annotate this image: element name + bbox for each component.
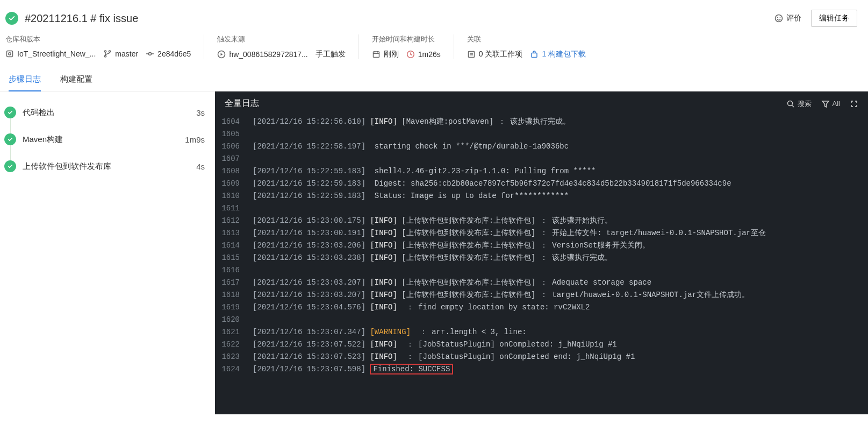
edit-task-button[interactable]: 编辑任务 xyxy=(811,10,857,27)
log-line: 1604[2021/12/16 15:22:56.610] [INFO] [Ma… xyxy=(215,116,868,128)
log-line: 1609[2021/12/16 15:22:59.183] Digest: sh… xyxy=(215,178,868,190)
svg-rect-3 xyxy=(7,51,13,57)
log-search-button[interactable]: 搜索 xyxy=(786,99,812,109)
log-body[interactable]: 1604[2021/12/16 15:22:56.610] [INFO] [Ma… xyxy=(215,116,868,397)
svg-point-8 xyxy=(149,53,152,55)
log-line: 1617[2021/12/16 15:23:03.207] [INFO] [上传… xyxy=(215,277,868,289)
info-label-repo: 仓库和版本 xyxy=(5,34,191,44)
tab-step-log[interactable]: 步骤日志 xyxy=(9,69,41,91)
log-line: 1620 xyxy=(215,314,868,326)
clock-icon xyxy=(406,50,415,59)
step-name: Maven构建 xyxy=(23,135,185,145)
search-icon xyxy=(786,100,795,108)
calendar-icon xyxy=(372,50,381,59)
step-time: 4s xyxy=(196,162,205,171)
step-time: 3s xyxy=(196,108,205,117)
log-line: 1621[2021/12/16 15:23:07.347] [WARNING] … xyxy=(215,326,868,338)
step-time: 1m9s xyxy=(185,135,205,144)
log-line: 1614[2021/12/16 15:23:03.206] [INFO] [上传… xyxy=(215,239,868,252)
workitems-link[interactable]: 0 关联工作项 xyxy=(467,50,523,59)
workitem-icon xyxy=(467,50,476,59)
duration: 1m26s xyxy=(406,50,441,59)
log-line: 1607 xyxy=(215,153,868,165)
log-line: 1605 xyxy=(215,128,868,140)
log-line: 1608[2021/12/16 15:22:59.183] shell4.2.4… xyxy=(215,165,868,178)
log-title: 全量日志 xyxy=(225,98,786,109)
step-item[interactable]: 代码检出3s xyxy=(0,99,214,126)
smile-icon xyxy=(774,14,783,23)
log-line: 1606[2021/12/16 15:22:58.197] starting c… xyxy=(215,140,868,153)
rate-button[interactable]: 评价 xyxy=(774,13,801,23)
step-success-icon xyxy=(4,133,16,145)
svg-point-4 xyxy=(9,53,11,55)
step-name: 上传软件包到软件发布库 xyxy=(23,161,196,172)
fullscreen-icon xyxy=(850,100,858,108)
svg-point-1 xyxy=(777,17,778,18)
trigger-type: 手工触发 xyxy=(315,50,346,59)
download-icon xyxy=(530,50,539,59)
info-label-time: 开始时间和构建时长 xyxy=(372,34,441,44)
build-title: #20211216.1 # fix issue xyxy=(25,12,774,25)
svg-rect-13 xyxy=(532,53,537,58)
rate-label: 评价 xyxy=(786,13,801,23)
step-name: 代码检出 xyxy=(23,108,196,118)
log-line: 1618[2021/12/16 15:23:03.207] [INFO] [上传… xyxy=(215,289,868,301)
info-bar: 仓库和版本 IoT_Streetlight_New_... master 2e8… xyxy=(0,34,868,69)
info-label-assoc: 关联 xyxy=(467,34,586,44)
step-success-icon xyxy=(4,107,16,118)
log-line: 1610[2021/12/16 15:22:59.183] Status: Im… xyxy=(215,190,868,202)
play-circle-icon xyxy=(217,50,226,59)
tab-build-config[interactable]: 构建配置 xyxy=(60,69,92,91)
info-label-trigger: 触发来源 xyxy=(217,34,345,44)
branch-icon xyxy=(103,50,112,58)
commit-icon xyxy=(146,50,154,58)
log-line: 1613[2021/12/16 15:23:00.191] [INFO] [上传… xyxy=(215,227,868,239)
svg-point-14 xyxy=(787,101,792,105)
svg-point-6 xyxy=(105,55,106,57)
log-line: 1616 xyxy=(215,264,868,277)
download-link[interactable]: 1 构建包下载 xyxy=(530,50,586,59)
filter-icon xyxy=(821,100,830,108)
trigger-user: hw_00861582972817... xyxy=(217,50,307,59)
svg-rect-10 xyxy=(373,52,379,58)
svg-point-5 xyxy=(105,51,106,52)
repo-link[interactable]: IoT_Streetlight_New_... xyxy=(5,50,96,58)
svg-rect-12 xyxy=(468,52,474,58)
log-line: 1611 xyxy=(215,202,868,215)
step-item[interactable]: 上传软件包到软件发布库4s xyxy=(0,153,214,180)
log-line: 1612[2021/12/16 15:23:00.175] [INFO] [上传… xyxy=(215,215,868,227)
svg-point-2 xyxy=(780,17,781,18)
log-panel: 全量日志 搜索 All 1604[2021/12/16 15:22:56.610… xyxy=(215,91,868,414)
status-success-icon xyxy=(5,12,18,25)
log-line: 1619[2021/12/16 15:23:04.576] [INFO] ： f… xyxy=(215,301,868,314)
log-line: 1624[2021/12/16 15:23:07.598] Finished: … xyxy=(215,363,868,376)
page-header: #20211216.1 # fix issue 评价 编辑任务 xyxy=(0,0,868,34)
log-line: 1615[2021/12/16 15:23:03.238] [INFO] [上传… xyxy=(215,252,868,264)
step-item[interactable]: Maven构建1m9s xyxy=(0,126,214,153)
commit-link[interactable]: 2e84d6e5 xyxy=(146,50,191,58)
step-success-icon xyxy=(4,160,16,172)
log-filter-button[interactable]: All xyxy=(821,100,840,108)
repo-icon xyxy=(5,50,14,58)
branch-link[interactable]: master xyxy=(103,50,138,58)
steps-sidebar: 代码检出3sMaven构建1m9s上传软件包到软件发布库4s xyxy=(0,91,215,414)
svg-point-0 xyxy=(776,15,783,22)
log-line: 1623[2021/12/16 15:23:07.523] [INFO] ： [… xyxy=(215,351,868,363)
log-line: 1622[2021/12/16 15:23:07.522] [INFO] ： [… xyxy=(215,338,868,351)
tabs: 步骤日志 构建配置 xyxy=(0,69,868,91)
log-fullscreen-button[interactable] xyxy=(850,100,858,108)
start-time: 刚刚 xyxy=(372,50,399,59)
svg-point-7 xyxy=(109,51,111,52)
